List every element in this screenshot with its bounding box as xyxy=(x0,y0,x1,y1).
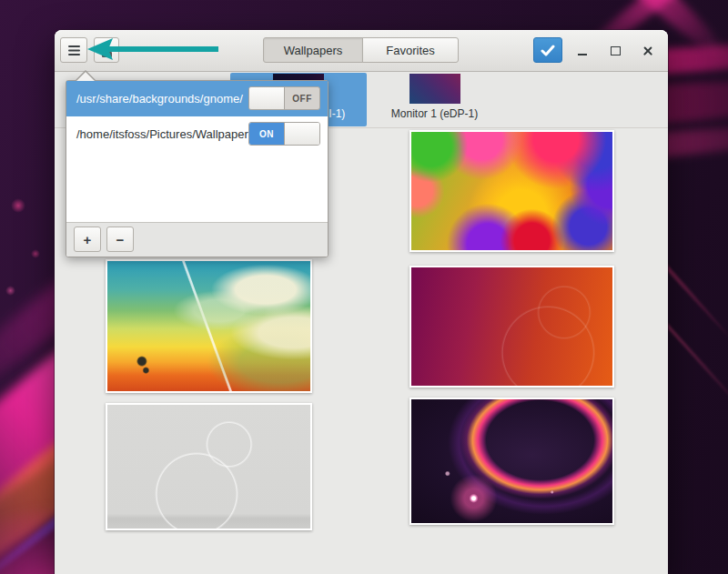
folder-row-itsfoss[interactable]: /home/itsfoss/Pictures/Wallpaper ON xyxy=(66,116,328,152)
folder-toggle-on[interactable]: ON xyxy=(248,122,320,146)
wallpaper-bokeh-dot xyxy=(11,198,25,213)
wallpaper-thumbnail-watercolor-landscape[interactable] xyxy=(106,259,312,393)
close-button[interactable] xyxy=(637,40,659,62)
apply-button[interactable] xyxy=(533,37,562,63)
check-icon xyxy=(541,45,555,56)
monitor-item-edp1[interactable]: Monitor 1 (eDP-1) xyxy=(378,73,491,126)
popup-action-bar: + − xyxy=(66,222,328,257)
popup-callout-arrow xyxy=(75,70,96,81)
wallpaper-thumbnail-comet[interactable] xyxy=(410,398,614,525)
toggle-label: ON xyxy=(249,123,284,145)
monitor-edp1-wallpaper-thumbnail xyxy=(410,74,460,104)
headerbar: Wallpapers Favorites xyxy=(55,30,668,72)
folder-row-gnome[interactable]: /usr/share/backgrounds/gnome/ OFF xyxy=(66,81,328,116)
wallpaper-thumbnail-colorful-paint[interactable] xyxy=(410,130,614,252)
tab-favorites[interactable]: Favorites xyxy=(362,37,459,63)
close-icon xyxy=(642,45,653,56)
remove-folder-button[interactable]: − xyxy=(106,227,134,252)
view-switcher: Wallpapers Favorites xyxy=(263,37,459,63)
tab-wallpapers[interactable]: Wallpapers xyxy=(263,37,363,63)
folder-path: /home/itsfoss/Pictures/Wallpaper xyxy=(76,116,248,152)
add-folder-button[interactable]: + xyxy=(74,227,101,252)
minimize-icon xyxy=(578,54,587,55)
monitor-label: Monitor 1 (eDP-1) xyxy=(378,107,491,120)
maximize-icon xyxy=(611,46,621,55)
folders-popup: /usr/share/backgrounds/gnome/ OFF /home/… xyxy=(66,80,329,257)
maximize-button[interactable] xyxy=(604,40,626,62)
minimize-button[interactable] xyxy=(571,40,593,62)
wallpaper-bokeh-dot xyxy=(5,286,15,296)
hamburger-icon xyxy=(68,45,80,47)
folder-toggle-off[interactable]: OFF xyxy=(248,86,320,110)
menu-button[interactable] xyxy=(60,37,87,63)
toggle-handle xyxy=(284,123,319,145)
folder-path: /usr/share/backgrounds/gnome/ xyxy=(76,81,243,116)
toggle-label: OFF xyxy=(285,87,319,109)
secondary-toolbar-button[interactable] xyxy=(94,37,119,63)
toggle-handle xyxy=(249,87,285,109)
toolbar-icon xyxy=(102,52,112,57)
wallpaper-thumbnail-ubuntu-gradient[interactable] xyxy=(410,266,614,388)
wallpaper-thumbnail-gray-mascot[interactable] xyxy=(106,403,312,530)
wallpaper-bokeh-dot xyxy=(31,249,40,258)
